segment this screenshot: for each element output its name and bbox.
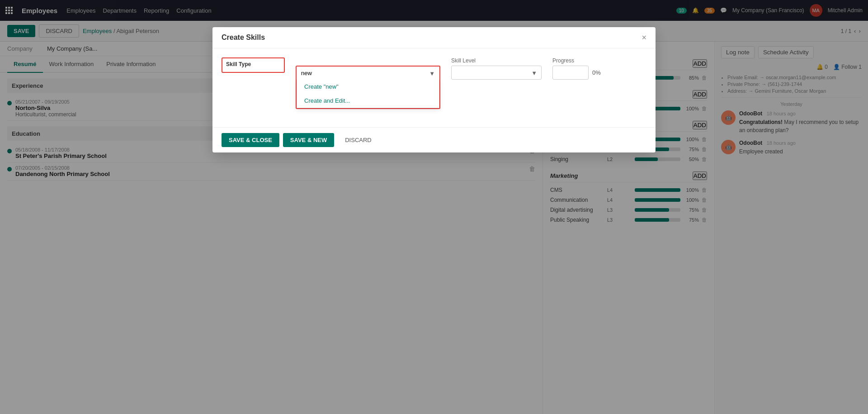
skill-level-input[interactable] [451,66,542,80]
create-skills-modal: Create Skills × Skill Type Skill ▼ [212,27,656,152]
modal-body: Skill Type Skill ▼ Create "new" Create a… [212,48,656,127]
modal-close-button[interactable]: × [642,33,646,42]
skill-level-input-wrap: ▼ [451,66,542,80]
skill-type-input-wrap: ▼ [297,67,439,80]
skill-type-highlight: Skill Type [222,57,285,73]
skill-type-input[interactable] [297,67,439,80]
create-new-option[interactable]: Create "new" [297,80,439,94]
modal-discard-button[interactable]: DISCARD [338,133,379,147]
modal-title: Create Skills [222,33,265,42]
progress-input[interactable] [552,66,589,80]
progress-input-wrap: 0% [552,66,625,80]
create-and-edit-option[interactable]: Create and Edit... [297,94,439,108]
modal-form-row: Skill Type Skill ▼ Create "new" Create a… [222,57,646,109]
save-new-button[interactable]: SAVE & NEW [283,133,334,147]
skill-level-label: Skill Level [451,57,542,64]
skill-level-group: Skill Level ▼ [451,57,542,80]
modal-header: Create Skills × [212,27,656,48]
progress-pct-label: 0% [592,69,601,76]
modal-footer: SAVE & CLOSE SAVE & NEW DISCARD [212,127,656,152]
progress-label: Progress [552,57,625,64]
skill-type-dropdown-menu: Create "new" Create and Edit... [297,80,439,108]
modal-overlay[interactable]: Create Skills × Skill Type Skill ▼ [0,0,868,414]
skill-type-group: Skill Type [222,57,285,73]
progress-group: Progress 0% [552,57,625,80]
skill-type-label: Skill Type [226,61,280,67]
skill-input-group: Skill ▼ Create "new" Create and Edit... [296,57,440,109]
save-close-button[interactable]: SAVE & CLOSE [222,133,279,147]
